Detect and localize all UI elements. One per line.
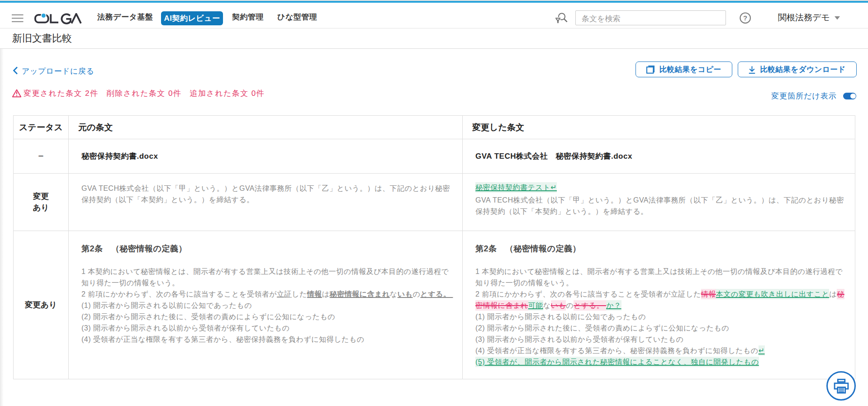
svg-text:?: ?: [743, 14, 747, 22]
